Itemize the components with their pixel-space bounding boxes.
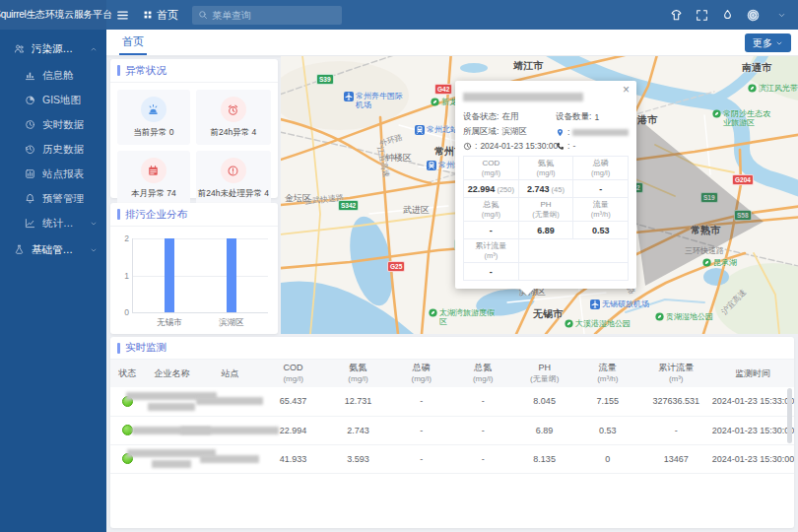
user-menu-chevron-down-icon[interactable]	[777, 11, 786, 20]
popup-field-label: 所属区域:	[463, 126, 499, 138]
monitor-value-cell: -	[391, 387, 452, 416]
popup-metric-header: 总氮(mg/l)	[464, 198, 519, 222]
left-column: 异常状况 当前异常 0前24h异常 4本月异常 74前24h未处理异常 4 排污…	[106, 56, 281, 334]
sidebar-item-label: 历史数据	[42, 143, 84, 157]
alert-card-label: 前24h异常 4	[210, 127, 256, 139]
more-button[interactable]: 更多	[745, 33, 791, 52]
metric-unit: (mg/l)	[465, 168, 517, 177]
sidebar-item[interactable]: GIS地图	[0, 88, 106, 112]
alerts-panel-title: 异常状况	[125, 64, 166, 78]
popup-field-label: 设备状态:	[463, 111, 499, 123]
chevron-down-icon	[90, 246, 98, 254]
report-icon	[25, 168, 35, 179]
map-canvas[interactable]: 靖江市南通市常州市常熟市无锡市港市金坛区武进区钟楼区滨湖区新龙生态林滨江风光带常…	[281, 56, 798, 334]
popup-metric-value: 6.89	[518, 222, 573, 239]
sidebar-collapse-button[interactable]	[116, 9, 129, 22]
monitor-column-header: 氨氮(mg/l)	[326, 360, 391, 387]
monitor-value-cell: -	[452, 416, 513, 444]
metric-name: 总氮	[465, 200, 517, 210]
popup-metric-value: 2.743 (45)	[518, 180, 573, 198]
fullscreen-icon[interactable]	[696, 9, 708, 22]
monitor-panel-title: 实时监测	[125, 341, 166, 355]
popup-field-value: 滨湖区	[501, 126, 527, 138]
monitor-column-header: 站点	[199, 360, 260, 387]
map-scenic-poi: 太湖湾旅游度假区	[429, 308, 495, 326]
popup-metric-value: 22.994 (250)	[464, 180, 519, 198]
sidebar-group[interactable]: 基础管理系统	[0, 235, 106, 264]
top-header: Squirrel生态环境云服务平台 首页	[0, 0, 798, 30]
app-root: Squirrel生态环境云服务平台 首页 污染源监测系统信息舱GIS地图实时数据…	[0, 0, 798, 532]
menu-search-input[interactable]	[212, 10, 336, 21]
alert-card[interactable]: 当前异常 0	[117, 90, 190, 145]
chart-xtick-label: 滨湖区	[219, 317, 244, 329]
popup-field-value: 1	[594, 112, 599, 122]
table-row[interactable]: 22.9942.743--6.890.53-2024-01-23 15:30:0…	[110, 416, 794, 444]
bell-icon	[25, 193, 35, 204]
monitor-value-cell: 8.135	[513, 444, 574, 473]
monitor-value-cell: -	[391, 416, 452, 444]
monitor-column-header: 累计流量(m³)	[640, 360, 712, 387]
main-area: 首页 更多 异常状况 当前异常 0前24h异常 4本月异常 74前24h	[106, 30, 798, 532]
map-city-label: 南通市	[742, 61, 771, 75]
header-home-link[interactable]: 首页	[143, 8, 178, 23]
flame-icon[interactable]	[721, 9, 734, 22]
monitor-column-unit: (mg/l)	[452, 373, 513, 384]
popup-close-button[interactable]: ×	[623, 84, 630, 96]
monitor-column-unit: (mg/l)	[391, 373, 452, 384]
leaf-icon	[655, 312, 664, 321]
sidebar-item[interactable]: 历史数据	[0, 137, 106, 162]
monitor-value-cell: 2024-01-23 15:30:00	[712, 416, 794, 444]
alert-card[interactable]: 前24h未处理异常 4	[196, 151, 271, 206]
menu-search-box[interactable]	[192, 6, 342, 25]
map-road-shield: S58	[734, 210, 752, 221]
alert-card[interactable]: 前24h异常 4	[196, 90, 271, 145]
map-city-label: 无锡市	[533, 307, 563, 321]
map-district-label: 钟楼区	[385, 152, 412, 165]
sidebar-item[interactable]: 实时数据	[0, 112, 106, 137]
panel-accent	[117, 343, 120, 354]
map-poi-label: 贡湖湿地公园	[666, 312, 735, 321]
metric-name: 总磷	[574, 159, 627, 168]
alert-card-label: 本月异常 74	[131, 188, 176, 200]
table-row[interactable]: 41.9333.593--8.1350134672024-01-23 15:30…	[110, 444, 794, 473]
chevron-up-icon	[90, 45, 98, 53]
leaf-icon	[712, 109, 721, 127]
monitor-value-cell: 41.933	[261, 444, 326, 473]
alert-card-label: 前24h未处理异常 4	[198, 188, 269, 200]
monitor-column-unit: (无量纲)	[513, 373, 574, 384]
calendar-icon	[141, 158, 166, 183]
redacted-text	[199, 427, 260, 434]
map-road-shield: S342	[338, 200, 359, 211]
popup-field-value: 在用	[501, 111, 518, 123]
panel-accent	[117, 209, 120, 220]
alert-card[interactable]: 本月异常 74	[117, 151, 190, 206]
history-icon	[25, 144, 35, 155]
map-poi-label: 太湖湾旅游度假区	[439, 308, 495, 326]
avatar[interactable]	[747, 6, 765, 24]
monitor-value-cell: -	[640, 416, 712, 444]
sidebar-item[interactable]: 站点报表	[0, 162, 106, 186]
monitor-column-header: 监测时间	[712, 360, 794, 387]
metric-unit: (m³/h)	[574, 210, 627, 219]
map-scenic-poi: 昆承湖	[702, 258, 757, 267]
map-road-shield: S19	[700, 192, 718, 203]
metric-name: 氨氮	[520, 159, 572, 168]
alert-card-label: 当前异常 0	[133, 127, 173, 139]
sidebar-item[interactable]: 统计分析	[0, 211, 106, 235]
sidebar-item[interactable]: 信息舱	[0, 63, 106, 88]
theme-icon[interactable]	[670, 9, 683, 22]
popup-metric-header: 总磷(mg/l)	[573, 157, 629, 180]
map-city-label: 港市	[637, 113, 657, 127]
phone-icon	[556, 142, 565, 151]
monitor-value-cell: 327636.531	[640, 387, 712, 416]
metric-name: COD	[465, 159, 517, 168]
map-poi-label: 昆承湖	[713, 258, 757, 267]
map-road-shield: G42	[434, 84, 452, 95]
chevron-down-icon	[775, 39, 783, 47]
metric-unit: (无量纲)	[520, 210, 572, 219]
tab-home[interactable]: 首页	[119, 30, 147, 55]
table-scrollbar[interactable]	[787, 388, 792, 443]
table-row[interactable]: 65.43712.731--8.0457.155327636.5312024-0…	[110, 387, 794, 416]
sidebar-group[interactable]: 污染源监测系统	[0, 34, 106, 63]
sidebar-item[interactable]: 预警管理	[0, 186, 106, 211]
